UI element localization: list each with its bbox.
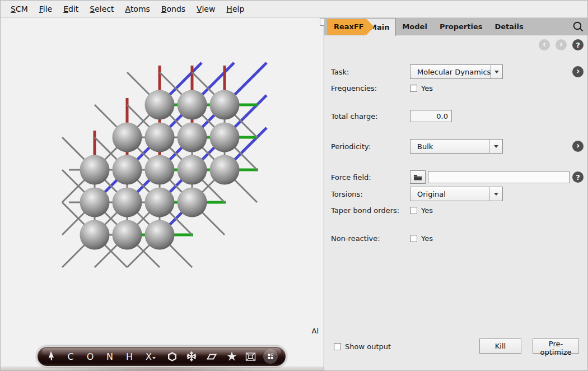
element-n-button[interactable]: N <box>104 350 115 363</box>
perspective-box-icon[interactable] <box>245 350 256 363</box>
molecule-viewport[interactable]: Al C O N H X <box>1 18 324 371</box>
menu-bonds[interactable]: Bonds <box>156 4 191 13</box>
force-field-browse-button[interactable] <box>410 170 426 184</box>
taper-option-label[interactable]: Yes <box>421 206 433 215</box>
taper-label: Taper bond orders: <box>331 206 410 215</box>
tab-properties[interactable]: Properties <box>433 18 489 35</box>
task-dropdown[interactable]: Molecular Dynamics <box>410 64 503 79</box>
periodicity-value: Bulk <box>410 142 489 151</box>
task-dropdown-arrow <box>491 65 502 78</box>
question-icon: ? <box>576 41 580 49</box>
force-field-help-button[interactable]: ? <box>572 171 584 183</box>
task-value: Molecular Dynamics <box>410 68 491 76</box>
panel-help-button[interactable]: ? <box>572 39 584 50</box>
tab-details[interactable]: Details <box>489 18 530 35</box>
molecule-dots-button[interactable] <box>263 349 278 364</box>
history-back-button[interactable]: ‹ <box>539 39 550 50</box>
element-label: Al <box>311 327 319 335</box>
chevron-left-icon: ‹ <box>543 40 546 49</box>
periodicity-row: Periodicity: Bulk › <box>331 139 584 154</box>
torsions-row: Torsions: Original <box>331 187 584 201</box>
plane-tool-icon[interactable] <box>206 350 217 363</box>
frequencies-checkbox[interactable] <box>410 85 417 92</box>
panel-tabs: MainModelPropertiesDetails <box>363 18 530 35</box>
non-reactive-option-label[interactable]: Yes <box>421 234 433 243</box>
menu-view[interactable]: View <box>191 4 221 13</box>
force-field-label: Force field: <box>331 173 410 182</box>
frequencies-row: Frequencies: Yes <box>331 81 584 95</box>
non-reactive-label: Non-reactive: <box>331 234 410 243</box>
non-reactive-checkbox[interactable] <box>410 235 417 242</box>
chevron-right-icon: › <box>576 142 580 150</box>
menu-scm[interactable]: SCM <box>5 4 34 13</box>
torsions-value: Original <box>410 190 489 198</box>
pointer-tool-icon[interactable] <box>45 350 57 363</box>
star-tool-icon[interactable] <box>226 350 237 363</box>
element-h-button[interactable]: H <box>124 350 135 363</box>
app-window: SCMFileEditSelectAtomsBondsViewHelp Al C… <box>0 0 588 371</box>
tab-model[interactable]: Model <box>396 18 433 35</box>
show-output-checkbox[interactable] <box>334 343 341 350</box>
menu-bar: SCMFileEditSelectAtomsBondsViewHelp <box>1 1 587 17</box>
preoptimize-button[interactable]: Pre-optimize <box>533 338 579 354</box>
module-selector-tab[interactable]: ReaxFF <box>327 19 374 35</box>
torsions-label: Torsions: <box>331 190 410 198</box>
taper-row: Taper bond orders: Yes <box>331 203 584 217</box>
history-forward-button[interactable]: › <box>556 39 567 50</box>
element-x-dropdown-caret <box>152 357 156 361</box>
task-details-button[interactable]: › <box>572 66 584 77</box>
periodicity-dropdown-arrow <box>489 140 502 153</box>
periodicity-details-button[interactable]: › <box>572 141 584 152</box>
element-c-button[interactable]: C <box>65 350 76 363</box>
toolbar-left-group: C O N H X <box>45 350 217 363</box>
total-charge-label: Total charge: <box>331 112 410 120</box>
element-x-label: X <box>146 351 152 362</box>
menu-edit[interactable]: Edit <box>58 4 84 13</box>
folder-icon <box>413 174 422 181</box>
toolbar-reflection <box>45 368 278 371</box>
taper-checkbox[interactable] <box>410 207 417 214</box>
crystal-tool-icon[interactable] <box>186 350 197 363</box>
element-o-button[interactable]: O <box>85 350 96 363</box>
torsions-dropdown-arrow <box>489 187 502 201</box>
frequencies-label: Frequencies: <box>331 84 410 92</box>
non-reactive-row: Non-reactive: Yes <box>331 231 584 245</box>
chevron-right-icon: › <box>559 40 563 49</box>
kill-button[interactable]: Kill <box>479 338 521 354</box>
input-panel: ReaxFF MainModelPropertiesDetails ‹ › ? … <box>324 18 588 371</box>
question-icon: ? <box>576 173 580 182</box>
menu-help[interactable]: Help <box>221 4 250 13</box>
menu-select[interactable]: Select <box>84 4 119 13</box>
element-x-button[interactable]: X <box>143 350 158 363</box>
search-icon[interactable] <box>572 21 584 33</box>
frequencies-option-label[interactable]: Yes <box>421 84 433 92</box>
show-output-label[interactable]: Show output <box>345 342 391 351</box>
task-label: Task: <box>331 68 410 76</box>
total-charge-row: Total charge: <box>331 109 584 123</box>
chevron-right-icon: › <box>576 67 580 76</box>
total-charge-input[interactable] <box>410 110 452 122</box>
task-row: Task: Molecular Dynamics › <box>331 64 584 79</box>
structure-toolbar: C O N H X <box>36 346 287 367</box>
periodicity-dropdown[interactable]: Bulk <box>410 139 503 154</box>
force-field-input[interactable] <box>428 171 570 183</box>
menu-atoms[interactable]: Atoms <box>120 4 156 13</box>
menu-file[interactable]: File <box>34 4 58 13</box>
torsions-dropdown[interactable]: Original <box>410 187 503 201</box>
toolbar-right-group <box>226 349 278 364</box>
crystal-lattice-render <box>1 18 324 371</box>
ring-tool-icon[interactable] <box>166 350 178 363</box>
force-field-row: Force field: ? <box>331 170 584 184</box>
periodicity-label: Periodicity: <box>331 142 410 151</box>
